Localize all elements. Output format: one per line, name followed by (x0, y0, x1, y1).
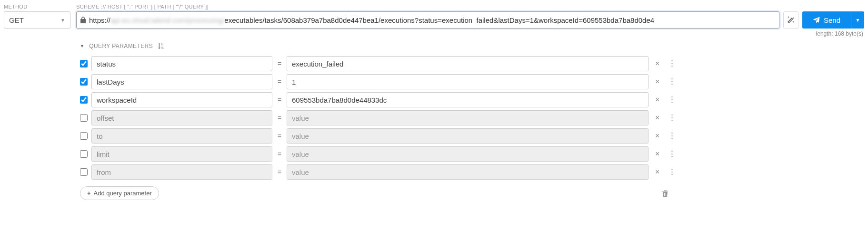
equals-sign: = (276, 60, 283, 67)
send-icon (813, 17, 820, 24)
param-enable-checkbox[interactable] (80, 96, 88, 104)
caret-down-icon: ▼ (60, 18, 65, 23)
param-name-input[interactable] (91, 128, 272, 144)
param-enable-checkbox[interactable] (80, 132, 88, 140)
equals-sign: = (276, 96, 283, 104)
param-enable-checkbox[interactable] (80, 150, 88, 158)
param-row: =×⋮ (80, 56, 864, 71)
remove-param-icon[interactable]: × (652, 59, 662, 68)
param-menu-icon[interactable]: ⋮ (666, 80, 678, 84)
param-name-input[interactable] (91, 74, 272, 89)
param-row: =×⋮ (80, 110, 864, 125)
param-name-input[interactable] (91, 164, 272, 180)
magic-wand-button[interactable] (783, 11, 798, 29)
plus-icon: + (87, 190, 91, 197)
scheme-label: SCHEME :// HOST [ ":" PORT ] [ PATH [ "?… (76, 4, 864, 10)
param-menu-icon[interactable]: ⋮ (666, 170, 678, 174)
url-input[interactable]: https://api.eu.cloud.talend.com/processi… (76, 11, 779, 29)
collapse-icon: ▼ (80, 44, 84, 48)
trash-icon[interactable] (662, 190, 668, 197)
param-value-input[interactable] (287, 164, 649, 180)
param-name-input[interactable] (91, 92, 272, 107)
param-value-input[interactable] (287, 92, 649, 107)
param-name-input[interactable] (91, 56, 272, 71)
sort-icon[interactable] (158, 43, 164, 49)
param-row: =×⋮ (80, 164, 864, 180)
param-menu-icon[interactable]: ⋮ (666, 152, 678, 156)
send-button[interactable]: Send (802, 11, 851, 29)
send-caret-button[interactable]: ▼ (851, 11, 864, 29)
param-value-input[interactable] (287, 56, 649, 71)
param-row: =×⋮ (80, 92, 864, 107)
param-value-input[interactable] (287, 110, 649, 125)
lock-icon (80, 17, 86, 23)
param-menu-icon[interactable]: ⋮ (666, 62, 678, 66)
param-enable-checkbox[interactable] (80, 60, 88, 67)
remove-param-icon[interactable]: × (652, 114, 662, 122)
param-name-input[interactable] (91, 110, 272, 125)
add-query-param-label: Add query parameter (94, 190, 152, 197)
equals-sign: = (276, 168, 283, 176)
remove-param-icon[interactable]: × (652, 77, 662, 86)
param-value-input[interactable] (287, 146, 649, 162)
param-row: =×⋮ (80, 74, 864, 89)
param-enable-checkbox[interactable] (80, 168, 88, 176)
remove-param-icon[interactable]: × (652, 168, 662, 176)
remove-param-icon[interactable]: × (652, 150, 662, 158)
param-row: =×⋮ (80, 128, 864, 144)
add-query-param-button[interactable]: + Add query parameter (80, 186, 159, 200)
url-text: https://api.eu.cloud.talend.com/processi… (89, 16, 654, 24)
param-enable-checkbox[interactable] (80, 114, 88, 122)
equals-sign: = (276, 150, 283, 158)
remove-param-icon[interactable]: × (652, 96, 662, 104)
send-label: Send (824, 16, 840, 24)
method-label: METHOD (4, 4, 70, 10)
param-menu-icon[interactable]: ⋮ (666, 116, 678, 120)
method-value: GET (9, 16, 24, 24)
param-menu-icon[interactable]: ⋮ (666, 134, 678, 138)
remove-param-icon[interactable]: × (652, 132, 662, 140)
param-value-input[interactable] (287, 74, 649, 89)
param-menu-icon[interactable]: ⋮ (666, 98, 678, 102)
length-text: length: 168 byte(s) (76, 30, 864, 37)
param-value-input[interactable] (287, 128, 649, 144)
query-params-title: QUERY PARAMETERS (89, 43, 153, 49)
equals-sign: = (276, 78, 283, 86)
equals-sign: = (276, 114, 283, 122)
equals-sign: = (276, 132, 283, 140)
param-name-input[interactable] (91, 146, 272, 162)
param-enable-checkbox[interactable] (80, 78, 88, 86)
query-params-header[interactable]: ▼ QUERY PARAMETERS (80, 43, 864, 49)
param-row: =×⋮ (80, 146, 864, 162)
method-select[interactable]: GET ▼ (4, 11, 70, 29)
